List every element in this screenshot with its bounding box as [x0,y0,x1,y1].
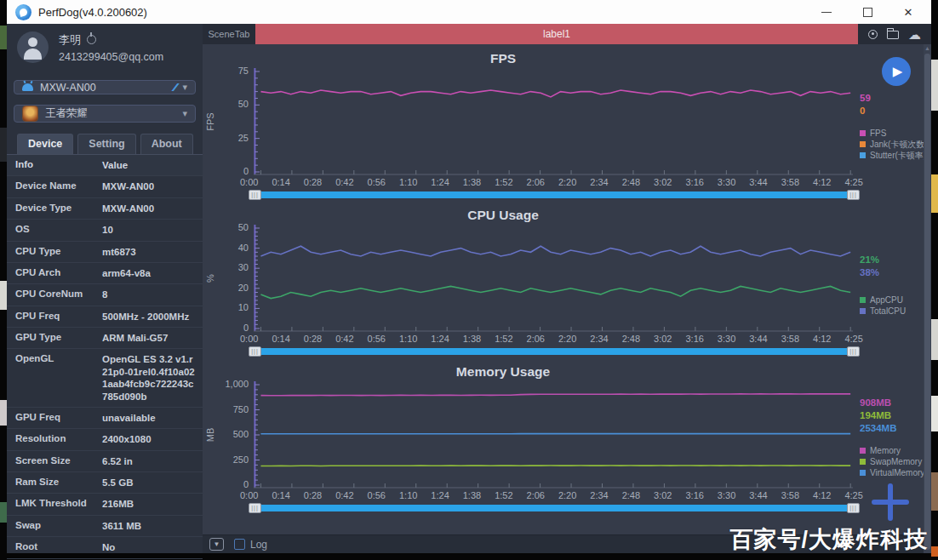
cloud-icon[interactable]: ☁ [908,28,921,41]
sidebar-tabs: Device Setting About [17,134,203,154]
desktop-fragment [0,502,7,523]
usb-connected-icon: ⁄⁄ [174,81,175,94]
expand-button[interactable]: ▼ [209,538,224,551]
app-select[interactable]: 王者荣耀 ▾ [14,105,196,123]
table-row: Ram Size5.5 GB [7,472,203,494]
value-cell: 3611 MB [99,516,203,536]
y-tick-label: 1,000 [225,379,249,389]
slider-right-handle[interactable]: ||| [847,190,860,200]
x-tick-label: 4:12 [813,334,831,344]
y-axis-ticks: 02505007501,000 [218,381,254,489]
legend-item[interactable]: Stutter(卡顿率) [860,150,929,161]
info-cell: Device Type [7,198,99,219]
legend-item[interactable]: Jank(卡顿次数) [860,139,929,150]
x-tick-label: 3:16 [685,334,703,344]
table-row: Screen Size6.52 in [7,451,203,472]
y-axis-label: FPS [203,68,218,175]
legend-swatch [860,141,866,147]
x-tick-label: 0:56 [368,490,386,500]
x-tick-label: 0:00 [240,334,258,344]
value-cell: mt6873 [99,242,203,262]
tab-about[interactable]: About [140,134,193,154]
table-row: LMK Threshold216MB [7,494,203,515]
folder-icon[interactable] [887,31,899,39]
x-tick-label: 1:10 [399,177,417,187]
y-axis-ticks: 0255075 [218,68,254,175]
desktop-fragment [931,472,938,511]
scroll-up-icon[interactable]: ▲ [924,44,931,53]
game-app-icon [22,106,38,122]
legend-label: FPS [870,128,886,139]
x-tick-label: 4:12 [813,177,831,187]
scrollbar-thumb[interactable] [924,54,930,550]
tab-device[interactable]: Device [17,134,73,154]
info-cell: Swap [7,516,99,536]
x-tick-label: 3:58 [781,177,799,187]
y-tick-label: 40 [238,243,249,253]
time-range-slider[interactable]: ||| ||| [250,502,858,514]
y-axis-label: % [203,225,218,332]
slider-right-handle[interactable]: ||| [847,503,860,513]
x-tick-label: 1:10 [399,334,417,344]
slider-left-handle[interactable]: ||| [249,346,261,357]
x-tick-label: 3:16 [685,177,703,187]
table-row: GPU TypeARM Mali-G57 [7,328,203,349]
series-Memory [260,394,850,396]
log-toggle[interactable]: Log [234,539,267,551]
legend-item[interactable]: VirtualMemory [860,467,929,478]
x-tick-label: 3:44 [749,177,767,187]
x-tick-label: 2:06 [527,177,545,187]
legend: AppCPUTotalCPU [860,294,929,317]
scene-tab[interactable]: SceneTab [203,24,255,44]
x-tick-label: 0:14 [272,177,289,187]
legend-item[interactable]: SwapMemory [860,456,929,467]
maximize-button[interactable] [853,3,882,21]
vertical-scrollbar[interactable]: ▲ [924,44,931,553]
sidebar: 李明 2413299405@qq.com MXW-AN00 ⁄⁄ ▾ 王者荣耀 [7,24,203,553]
table-row: OS10 [7,220,203,241]
legend-swatch [860,308,866,314]
x-tick-label: 2:06 [527,490,545,500]
tab-setting[interactable]: Setting [77,134,135,154]
plot-area [254,225,853,332]
user-block: 李明 2413299405@qq.com [7,24,203,70]
slider-left-handle[interactable]: ||| [249,503,261,513]
y-tick-label: 50 [238,99,249,109]
close-button[interactable]: ✕ [894,3,923,21]
info-cell: Root [7,537,99,557]
android-icon [22,83,33,91]
log-checkbox[interactable] [234,539,245,550]
legend-swatch [860,470,866,476]
x-tick-label: 0:14 [272,490,289,500]
add-chart-button[interactable] [872,483,909,521]
x-tick-label: 3:44 [749,334,767,344]
device-select[interactable]: MXW-AN00 ⁄⁄ ▾ [14,80,196,94]
series-TotalCPU [260,246,850,256]
x-tick-label: 0:00 [240,490,258,500]
location-icon[interactable] [868,30,878,39]
legend-item[interactable]: AppCPU [860,294,929,306]
window-title: PerfDog(v4.0.200602) [38,6,147,19]
time-range-slider[interactable]: ||| ||| [250,346,858,357]
desktop-fragment [931,396,938,431]
desktop-fragment [931,546,938,557]
value-cell: 8 [99,284,203,305]
minimize-button[interactable] [812,3,841,21]
info-cell: CPU Type [7,242,99,262]
desktop-fragment [0,281,7,310]
x-tick-label: 1:38 [463,334,481,344]
x-tick-label: 3:02 [654,177,672,187]
legend-item[interactable]: TotalCPU [860,306,929,317]
legend-item[interactable]: Memory [860,445,929,456]
table-row: GPU Frequnavailable [7,408,203,429]
logout-icon[interactable] [87,35,96,44]
scene-label[interactable]: label1 [255,24,858,44]
play-button[interactable]: ▶ [882,57,911,86]
x-axis-ticks: 0:000:140:280:420:561:101:241:381:522:06… [203,175,931,188]
slider-right-handle[interactable]: ||| [847,346,860,357]
perfdog-logo-icon [15,4,31,20]
time-range-slider[interactable]: ||| ||| [250,189,858,201]
info-cell: OpenGL [7,349,99,407]
slider-left-handle[interactable]: ||| [249,190,261,200]
legend-item[interactable]: FPS [860,128,929,139]
